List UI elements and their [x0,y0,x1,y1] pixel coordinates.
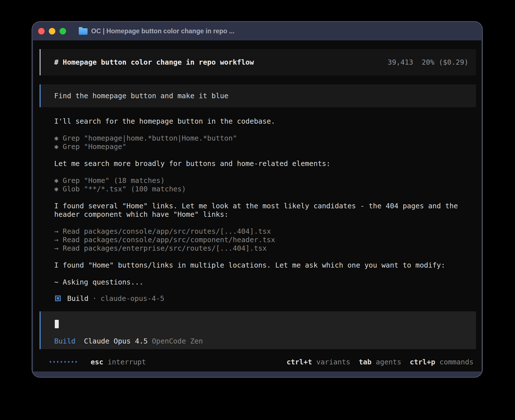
user-message-text: Find the homepage button and make it blu… [54,92,228,100]
transcript-line: → Read packages/enterprise/src/routes/[.… [54,244,466,253]
titlebar[interactable]: OC | Homepage button color change in rep… [32,22,482,40]
transcript-line: ✱ Glob "**/*.tsx" (100 matches) [54,185,466,193]
statusbar-shortcuts: ctrl+t variants tab agents ctrl+p comman… [287,358,473,366]
transcript-line [54,219,466,227]
prompt-mode: Build [54,337,75,345]
agent-status-line: Build · claude-opus-4-5 [55,294,164,303]
transcript-line: ✱ Grep "Homepage" [54,143,466,151]
prompt-model: Claude Opus 4.5 [84,337,148,345]
spinner-dot [53,361,55,363]
agent-separator: · [92,294,97,303]
window-title-group: OC | Homepage button color change in rep… [79,22,234,40]
spinner-dot [64,361,66,363]
shortcut-agents: tab agents [359,358,401,366]
shortcut-commands: ctrl+p commands [410,358,473,366]
agent-model: claude-opus-4-5 [101,294,164,303]
token-count: 39,413 [388,58,413,66]
folder-icon [79,28,88,35]
transcript-line: I'll search for the homepage button in t… [54,117,466,126]
spinner-dot [72,361,73,363]
transcript-line [54,253,466,261]
transcript-line [54,270,466,278]
terminal-content: # Homepage button color change in repo w… [33,40,481,371]
spinner-dot [50,361,51,363]
prompt-input[interactable]: Build Claude Opus 4.5 OpenCode Zen [40,311,476,349]
prompt-provider: OpenCode Zen [152,337,203,345]
zoom-button[interactable] [60,28,66,34]
transcript-line [54,193,466,202]
transcript-line: Let me search more broadly for buttons a… [54,159,466,168]
transcript-line: ✱ Grep "homepage|home.*button|Home.*butt… [54,134,466,143]
prompt-meta: Build Claude Opus 4.5 OpenCode Zen [54,337,203,345]
spinner-dot [61,361,62,363]
interrupt-key: esc [91,358,103,366]
minimize-button[interactable] [49,28,55,34]
statusbar: esc interrupt ctrl+t variants tab agents… [50,358,473,366]
session-header: # Homepage button color change in repo w… [40,49,476,75]
spinner-dot [68,361,69,363]
agent-name: Build [67,294,88,303]
transcript-line: I found "Home" buttons/links in multiple… [54,261,466,270]
window-title: OC | Homepage button color change in rep… [91,27,234,35]
statusbar-left: esc interrupt [50,358,146,366]
transcript-line: I found several "Home" links. Let me loo… [54,202,466,219]
transcript-line [54,151,466,159]
build-agent-icon [55,296,61,301]
user-message: Find the homepage button and make it blu… [40,84,476,107]
session-stats: 39,413 20% ($0.29) [388,58,468,66]
session-title: # Homepage button color change in repo w… [54,58,254,66]
spinner-dots [50,361,77,363]
transcript-line: ✱ Grep "Home" (18 matches) [54,176,466,185]
traffic-lights [38,22,66,40]
transcript: I'll search for the homepage button in t… [54,117,466,286]
close-button[interactable] [38,28,45,34]
transcript-line: → Read packages/console/app/src/componen… [54,236,466,244]
transcript-line: ~ Asking questions... [54,278,466,286]
spinner-dot [57,361,58,363]
transcript-line [54,126,466,134]
context-usage: 20% ($0.29) [422,58,468,66]
spinner-dot [75,361,77,363]
shortcut-variants: ctrl+t variants [287,358,350,366]
interrupt-label: interrupt [103,358,146,366]
terminal-window: OC | Homepage button color change in rep… [32,21,483,378]
text-cursor [55,320,59,328]
transcript-line: → Read packages/console/app/src/routes/[… [54,227,466,236]
transcript-line [54,168,466,176]
